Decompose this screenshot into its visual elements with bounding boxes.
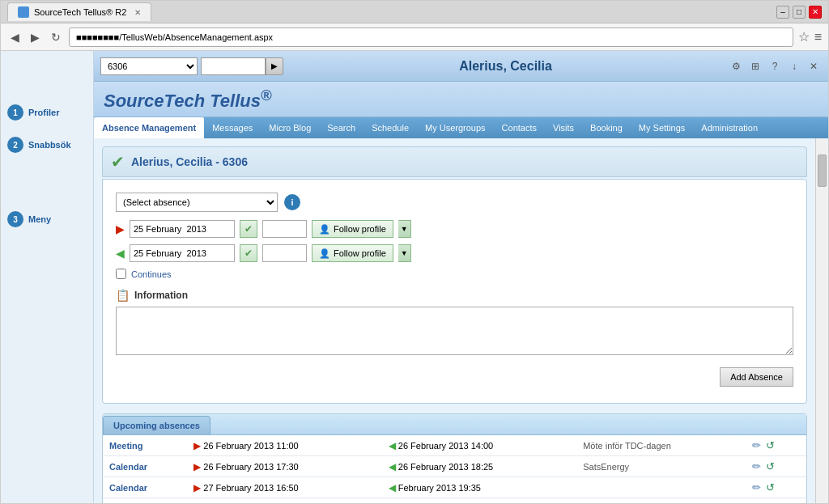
edit-icon[interactable]: ✏ — [752, 481, 761, 493]
nav-item-contacts[interactable]: Contacts — [494, 117, 545, 138]
start-date-input[interactable] — [130, 220, 235, 238]
header-search-button[interactable]: ▶ — [266, 57, 283, 75]
end-icon: ◀ — [389, 440, 396, 451]
grid-icon[interactable]: ⊞ — [747, 58, 763, 74]
edit-icon[interactable]: ✏ — [752, 439, 761, 451]
description: Möte inför TDC-dagen — [583, 441, 671, 451]
delete-icon[interactable]: ↺ — [766, 481, 775, 493]
tab-favicon — [18, 6, 29, 18]
sidebar-item-profiler[interactable]: 1 Profiler — [1, 100, 93, 125]
sidebar-item-snabbsok[interactable]: 2 Snabbsök — [1, 132, 93, 158]
start-date-row: ▶ ✔ 👤 Follow profile ▼ — [116, 220, 793, 238]
start-icon: ▶ — [193, 461, 201, 472]
meny-label: Meny — [28, 214, 51, 224]
start-time-input[interactable] — [262, 220, 307, 238]
logo-text: SourceTech Tellus® — [104, 91, 272, 111]
maximize-button[interactable]: □ — [793, 6, 806, 19]
nav-item-booking[interactable]: Booking — [582, 117, 631, 138]
nav-item-administration[interactable]: Administration — [693, 117, 766, 138]
left-labels-panel: 1 Profiler 2 Snabbsök 3 Meny — [1, 51, 94, 503]
chevron-down-icon-2: ▼ — [401, 249, 408, 257]
tab-close-icon[interactable]: ✕ — [134, 8, 141, 17]
settings-icon[interactable]: ⚙ — [728, 58, 744, 74]
start-datetime: 26 February 2013 11:00 — [203, 441, 298, 451]
start-follow-profile-dropdown-button[interactable]: ▼ — [398, 220, 411, 238]
start-date-red-arrow-icon: ▶ — [116, 222, 125, 235]
back-button[interactable]: ◀ — [7, 29, 23, 45]
end-date-row: ◀ ✔ 👤 Follow profile ▼ — [116, 244, 793, 262]
upcoming-tab-label: Upcoming absences — [113, 421, 200, 430]
add-absence-button[interactable]: Add Absence — [720, 367, 793, 387]
browser-tab[interactable]: SourceTech Tellus® R2 ✕ — [7, 2, 151, 21]
download-icon[interactable]: ↓ — [786, 58, 802, 74]
continues-checkbox[interactable] — [116, 269, 126, 279]
close-button[interactable]: ✕ — [809, 6, 822, 19]
start-date-calendar-button[interactable]: ✔ — [240, 220, 257, 238]
address-bar[interactable] — [69, 28, 793, 47]
delete-icon[interactable]: ↺ — [766, 502, 775, 503]
absence-type-select[interactable]: (Select absence) — [116, 193, 278, 212]
edit-icon[interactable]: ✏ — [752, 502, 761, 503]
absence-type-link[interactable]: Meeting — [109, 441, 143, 451]
refresh-button[interactable]: ↻ — [48, 29, 64, 45]
delete-icon[interactable]: ↺ — [766, 439, 775, 451]
nav-item-my-settings[interactable]: My Settings — [631, 117, 693, 138]
start-follow-profile-button[interactable]: 👤 Follow profile — [312, 220, 393, 238]
information-label-text: Information — [134, 290, 188, 301]
help-icon[interactable]: ? — [767, 58, 783, 74]
information-icon: 📋 — [116, 289, 130, 302]
absence-type-link[interactable]: Calendar — [109, 483, 147, 493]
absence-form-panel: (Select absence) i ▶ ✔ — [102, 179, 807, 404]
end-follow-label: Follow profile — [334, 248, 386, 258]
end-date-green-arrow-icon: ◀ — [116, 247, 125, 260]
end-date-calendar-button[interactable]: ✔ — [240, 244, 257, 262]
absence-type-link[interactable]: Calendar — [109, 462, 147, 472]
end-date-input[interactable] — [130, 244, 235, 262]
info-icon[interactable]: i — [284, 194, 300, 210]
start-icon: ▶ — [193, 440, 201, 451]
header-search-input[interactable] — [201, 57, 266, 75]
profile-select[interactable]: 6306 — [100, 57, 198, 75]
upcoming-table: Meeting ▶ 26 February 2013 11:00 ◀ 26 Fe… — [103, 435, 806, 503]
search-icon: ▶ — [271, 61, 278, 70]
delete-icon[interactable]: ↺ — [766, 460, 775, 472]
profiler-badge: 1 — [7, 104, 23, 121]
upcoming-absences-panel: Upcoming absences Meeting ▶ 26 Fe — [102, 413, 807, 503]
start-datetime: 26 February 2013 17:30 — [203, 462, 298, 472]
meny-badge: 3 — [7, 211, 23, 227]
nav-item-visits[interactable]: Visits — [545, 117, 582, 138]
sidebar-item-meny[interactable]: 3 Meny — [1, 206, 93, 232]
description: SatsEnergy — [583, 462, 629, 472]
scrollbar-thumb[interactable] — [818, 155, 827, 187]
table-row: Calendar ▶ 28 February 2013 18:15 ◀ 28 F… — [103, 498, 806, 503]
end-time-input[interactable] — [262, 244, 307, 262]
end-follow-profile-dropdown-button[interactable]: ▼ — [398, 244, 411, 262]
table-row: Calendar ▶ 26 February 2013 17:30 ◀ 26 F… — [103, 456, 806, 477]
start-icon: ▶ — [193, 482, 201, 493]
nav-item-messages[interactable]: Messages — [204, 117, 261, 138]
information-section: 📋 Information — [116, 289, 793, 358]
nav-item-absence-management[interactable]: Absence Management — [94, 117, 204, 138]
nav-item-search[interactable]: Search — [319, 117, 363, 138]
close-header-icon[interactable]: ✕ — [806, 58, 822, 74]
end-follow-profile-button[interactable]: 👤 Follow profile — [312, 244, 393, 262]
menu-icon[interactable]: ≡ — [814, 30, 822, 44]
nav-item-schedule[interactable]: Schedule — [363, 117, 417, 138]
forward-button[interactable]: ▶ — [28, 29, 43, 45]
chevron-down-icon: ▼ — [401, 225, 408, 233]
profile-dropdown[interactable]: 6306 — [100, 57, 198, 75]
continues-row: Continues — [116, 269, 793, 279]
main-content: 6306 ▶ Alerius, Cecilia ⚙ ⊞ ? ↓ ✕ — [94, 51, 828, 503]
end-datetime: 26 February 2013 18:25 — [398, 462, 493, 472]
edit-icon[interactable]: ✏ — [752, 460, 761, 472]
bookmark-icon[interactable]: ☆ — [798, 29, 810, 44]
logo-bar: SourceTech Tellus® — [94, 82, 828, 117]
upcoming-absences-tab[interactable]: Upcoming absences — [103, 416, 210, 434]
information-textarea[interactable] — [116, 307, 793, 355]
scrollbar[interactable] — [815, 138, 828, 503]
nav-item-micro-blog[interactable]: Micro Blog — [261, 117, 319, 138]
minimize-button[interactable]: – — [776, 6, 789, 19]
follow-profile-icon-2: 👤 — [319, 248, 330, 259]
nav-item-my-usergroups[interactable]: My Usergroups — [417, 117, 494, 138]
snabbsok-label: Snabbsök — [28, 140, 71, 150]
